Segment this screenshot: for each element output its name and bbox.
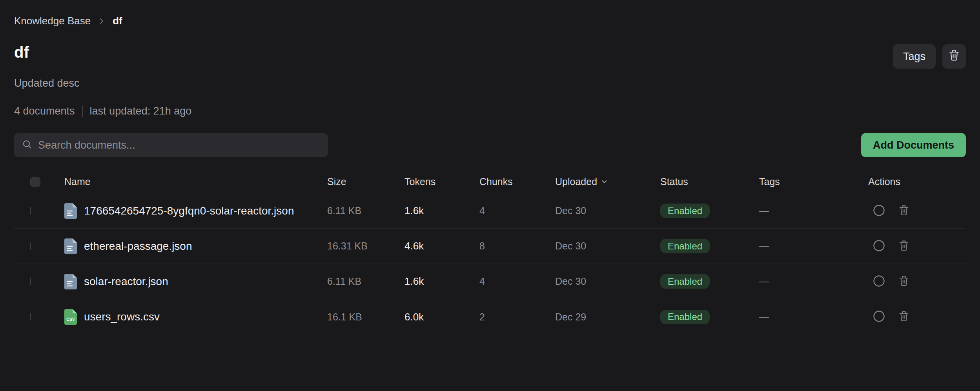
document-tags: —	[759, 240, 868, 252]
delete-document-button[interactable]	[898, 275, 909, 288]
document-uploaded: Dec 30	[555, 276, 660, 287]
document-status-cell: Enabled	[660, 274, 759, 289]
status-badge[interactable]: Enabled	[660, 274, 710, 289]
document-chunks: 4	[479, 205, 555, 216]
document-tags: —	[759, 205, 868, 216]
page-title: df	[14, 44, 29, 61]
document-status-cell: Enabled	[660, 310, 759, 324]
circle-icon	[873, 204, 885, 218]
column-header-actions: Actions	[868, 176, 966, 187]
status-badge[interactable]: Enabled	[660, 204, 710, 218]
document-uploaded: Dec 30	[555, 240, 660, 252]
trash-icon	[898, 240, 909, 253]
circle-icon	[873, 275, 885, 288]
table-row: CSV solar-reactor.json 6.11 KB 1.6k 4 De…	[14, 264, 966, 299]
toggle-enabled-button[interactable]	[873, 240, 885, 253]
document-name-cell[interactable]: CSV ethereal-passage.json	[64, 238, 327, 254]
document-uploaded: Dec 29	[555, 311, 660, 323]
select-all-checkbox[interactable]	[30, 177, 40, 187]
document-chunks: 2	[479, 311, 555, 323]
status-badge[interactable]: Enabled	[660, 239, 710, 253]
trash-icon	[898, 204, 909, 218]
document-chunks: 8	[479, 240, 555, 252]
document-chunks: 4	[479, 276, 555, 287]
document-tags: —	[759, 311, 868, 323]
document-status-cell: Enabled	[660, 239, 759, 253]
toggle-enabled-button[interactable]	[873, 275, 885, 288]
column-header-size[interactable]: Size	[327, 176, 404, 187]
toolbar: Add Documents	[14, 133, 966, 157]
document-name-cell[interactable]: CSV solar-reactor.json	[64, 274, 327, 289]
chevron-down-icon	[601, 176, 608, 187]
delete-document-button[interactable]	[898, 204, 909, 218]
csv-file-icon: CSV	[64, 309, 77, 325]
document-tokens: 4.6k	[404, 240, 479, 252]
row-actions	[868, 275, 966, 288]
tags-button[interactable]: Tags	[893, 44, 936, 69]
document-name: solar-reactor.json	[84, 275, 168, 288]
last-updated: last updated: 21h ago	[90, 105, 192, 117]
search-icon	[22, 139, 33, 151]
json-file-icon	[64, 203, 77, 219]
meta-row: 4 documents last updated: 21h ago	[14, 105, 966, 117]
document-size: 16.31 KB	[327, 240, 404, 252]
column-header-chunks[interactable]: Chunks	[479, 176, 555, 187]
document-name-cell[interactable]: CSV 1766542654725-8ygfqn0-solar-reactor.…	[64, 203, 327, 219]
circle-icon	[873, 240, 885, 253]
table-row: CSV ethereal-passage.json 16.31 KB 4.6k …	[14, 229, 966, 264]
column-header-status[interactable]: Status	[660, 176, 759, 187]
document-name: 1766542654725-8ygfqn0-solar-reactor.json	[84, 205, 294, 217]
document-tokens: 1.6k	[404, 205, 479, 217]
circle-icon	[873, 310, 885, 324]
row-actions	[868, 204, 966, 218]
trash-icon	[898, 275, 909, 288]
json-file-icon	[64, 274, 77, 289]
search-bar[interactable]	[14, 133, 328, 157]
column-header-uploaded-label: Uploaded	[555, 176, 597, 187]
row-actions	[868, 310, 966, 324]
knowledge-base-detail-page: Knowledge Base df df Tags Updated desc 4…	[0, 0, 980, 335]
trash-icon	[898, 310, 909, 324]
table-row: CSV users_rows.csv 16.1 KB 6.0k 2 Dec 29…	[14, 299, 966, 335]
document-uploaded: Dec 30	[555, 205, 660, 216]
select-all-column	[14, 177, 64, 187]
row-checkbox[interactable]	[30, 313, 31, 320]
column-header-name[interactable]: Name	[64, 176, 327, 187]
row-checkbox[interactable]	[30, 242, 31, 250]
row-checkbox[interactable]	[30, 278, 31, 285]
toggle-enabled-button[interactable]	[873, 310, 885, 324]
delete-knowledge-base-button[interactable]	[942, 44, 966, 69]
document-name-cell[interactable]: CSV users_rows.csv	[64, 309, 327, 325]
status-badge[interactable]: Enabled	[660, 310, 710, 324]
breadcrumb-current: df	[113, 15, 122, 27]
meta-divider	[82, 105, 83, 117]
title-actions: Tags	[893, 44, 966, 69]
document-status-cell: Enabled	[660, 204, 759, 218]
breadcrumb-knowledge-base-link[interactable]: Knowledge Base	[14, 15, 91, 27]
delete-document-button[interactable]	[898, 240, 909, 253]
row-select-cell	[14, 278, 64, 285]
trash-icon	[948, 49, 960, 64]
document-tokens: 1.6k	[404, 275, 479, 287]
document-name: users_rows.csv	[84, 311, 160, 323]
add-documents-button[interactable]: Add Documents	[861, 133, 966, 157]
search-input[interactable]	[38, 139, 320, 151]
delete-document-button[interactable]	[898, 310, 909, 324]
column-header-uploaded[interactable]: Uploaded	[555, 176, 660, 187]
column-header-tags[interactable]: Tags	[759, 176, 868, 187]
row-actions	[868, 240, 966, 253]
table-header-row: Name Size Tokens Chunks Uploaded Status …	[14, 171, 966, 193]
row-checkbox[interactable]	[30, 207, 31, 215]
document-count: 4 documents	[14, 105, 75, 117]
document-size: 6.11 KB	[327, 276, 404, 287]
document-tags: —	[759, 276, 868, 287]
column-header-tokens[interactable]: Tokens	[404, 176, 479, 187]
document-name: ethereal-passage.json	[84, 240, 192, 253]
svg-text:CSV: CSV	[66, 317, 75, 322]
document-size: 16.1 KB	[327, 311, 404, 323]
toggle-enabled-button[interactable]	[873, 204, 885, 218]
row-select-cell	[14, 313, 64, 320]
documents-table: Name Size Tokens Chunks Uploaded Status …	[14, 171, 966, 335]
table-row: CSV 1766542654725-8ygfqn0-solar-reactor.…	[14, 193, 966, 229]
chevron-right-icon	[98, 17, 106, 25]
